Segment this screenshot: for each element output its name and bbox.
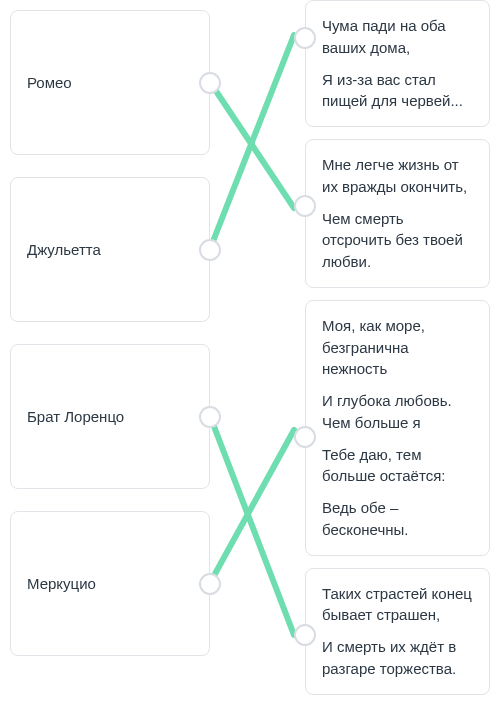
right-item[interactable]: Таких страстей конец бывает страшен, И с… xyxy=(305,568,490,695)
connection-line xyxy=(210,416,294,635)
drag-handle[interactable] xyxy=(294,426,316,448)
quote-line: Тебе даю, тем больше остаётся: xyxy=(322,444,473,488)
quote-line: И глубока любовь. Чем больше я xyxy=(322,390,473,434)
right-item[interactable]: Мне легче жизнь от их вражды окончить, Ч… xyxy=(305,139,490,288)
quote-line: Чума пади на оба ваших дома, xyxy=(322,15,473,59)
drag-handle[interactable] xyxy=(199,573,221,595)
quote-line: Мне легче жизнь от их вражды окончить, xyxy=(322,154,473,198)
left-item-label: Брат Лоренцо xyxy=(27,406,124,428)
right-item[interactable]: Моя, как море, безгранична нежность И гл… xyxy=(305,300,490,556)
quote-line: Ведь обе – бесконечны. xyxy=(322,497,473,541)
left-item[interactable]: Ромео xyxy=(10,10,210,155)
quote-line: Я из-за вас стал пищей для червей... xyxy=(322,69,473,113)
drag-handle[interactable] xyxy=(199,406,221,428)
left-item[interactable]: Джульетта xyxy=(10,177,210,322)
left-item-label: Меркуцио xyxy=(27,573,96,595)
drag-handle[interactable] xyxy=(199,239,221,261)
quote-line: Чем смерть отсрочить без твоей любви. xyxy=(322,208,473,273)
left-item[interactable]: Брат Лоренцо xyxy=(10,344,210,489)
left-item-label: Джульетта xyxy=(27,239,101,261)
quote-line: И смерть их ждёт в разгаре торжества. xyxy=(322,636,473,680)
drag-handle[interactable] xyxy=(294,27,316,49)
left-item-label: Ромео xyxy=(27,72,72,94)
drag-handle[interactable] xyxy=(294,624,316,646)
right-column: Чума пади на оба ваших дома, Я из-за вас… xyxy=(305,0,490,707)
drag-handle[interactable] xyxy=(199,72,221,94)
left-item[interactable]: Меркуцио xyxy=(10,511,210,656)
quote-line: Моя, как море, безгранична нежность xyxy=(322,315,473,380)
quote-line: Таких страстей конец бывает страшен, xyxy=(322,583,473,627)
connection-line xyxy=(210,35,294,249)
connection-line xyxy=(210,82,294,208)
left-column: Ромео Джульетта Брат Лоренцо Меркуцио xyxy=(10,10,210,678)
connection-line xyxy=(210,430,294,583)
matching-exercise: Ромео Джульетта Брат Лоренцо Меркуцио Чу… xyxy=(0,0,500,719)
right-item[interactable]: Чума пади на оба ваших дома, Я из-за вас… xyxy=(305,0,490,127)
drag-handle[interactable] xyxy=(294,195,316,217)
